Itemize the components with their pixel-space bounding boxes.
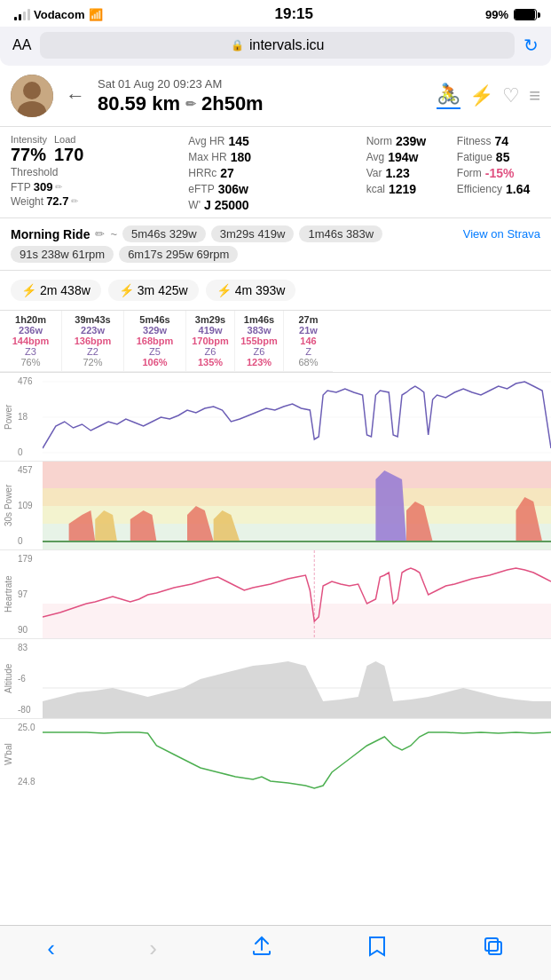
wbal-chart-svg	[43, 719, 551, 790]
fatigue-label: Fatigue	[457, 151, 492, 163]
altitude-chart-label: Altitude	[0, 639, 16, 718]
bolt-icon-3m: ⚡	[119, 283, 134, 297]
interval-row-1-time: 1h20m 236w 144bpm Z3 76%	[0, 311, 62, 372]
interval-row-6: 27m 21w 146 Z 68%	[284, 311, 333, 372]
segment-name: Morning Ride	[11, 227, 90, 241]
power-y-min: 0	[18, 447, 41, 457]
svg-rect-9	[43, 462, 551, 488]
best-efforts-section: ⚡ 2m 438w ⚡ 3m 425w ⚡ 4m 393w	[0, 271, 551, 311]
form-value: -15%	[485, 166, 515, 180]
wifi-icon: 📶	[89, 8, 103, 21]
maxhr-label: Max HR	[188, 151, 226, 163]
hr-y-max: 179	[18, 554, 41, 564]
power-chart-svg	[43, 373, 551, 461]
segment-tag-5[interactable]: 6m17s 295w 69rpm	[119, 246, 238, 263]
svg-rect-8	[43, 488, 551, 506]
bike-icon[interactable]: 🚴	[437, 83, 460, 109]
avatar[interactable]	[11, 75, 53, 117]
list-icon[interactable]: ≡	[529, 84, 540, 107]
efficiency-value: 1.64	[506, 182, 530, 196]
load-label: Load	[54, 134, 83, 145]
effort-3m[interactable]: ⚡ 3m 425w	[108, 280, 199, 301]
back-button[interactable]: ←	[60, 84, 91, 107]
efficiency-label: Efficiency	[457, 183, 502, 195]
segment-edit-icon[interactable]: ✏	[95, 227, 105, 241]
heartrate-chart: Heartrate 179 97 90	[0, 550, 551, 639]
intensity-block: Intensity 77% Load 170 Threshold FTP 309…	[11, 134, 185, 212]
activity-header: ← Sat 01 Aug 20 09:23 AM 80.59 km ✏ 2h50…	[0, 66, 551, 127]
activity-info: Sat 01 Aug 20 09:23 AM 80.59 km ✏ 2h50m	[98, 77, 429, 115]
bolt-icon-2m: ⚡	[21, 283, 36, 297]
altitude-chart: Altitude 83 -6 -80	[0, 639, 551, 719]
activity-duration: 2h50m	[201, 92, 264, 115]
segment-tag-2[interactable]: 3m29s 419w	[211, 225, 295, 242]
effort-4m-label: 4m 393w	[235, 283, 286, 297]
threshold-text: Threshold	[11, 166, 185, 178]
metrics-grid: Intensity 77% Load 170 Threshold FTP 309…	[11, 134, 540, 212]
wbal-y-top: 25.0	[18, 723, 41, 732]
metrics-section: Intensity 77% Load 170 Threshold FTP 309…	[0, 127, 551, 218]
wprime-value: J 25000	[204, 198, 249, 212]
bolt-icon-4m: ⚡	[216, 283, 232, 297]
norm-label: Norm	[366, 135, 392, 147]
segment-tag-4[interactable]: 91s 238w 61rpm	[11, 246, 114, 263]
heartrate-chart-area: 179 97 90	[16, 550, 551, 638]
alt-y-mid: -6	[18, 674, 41, 684]
kcal-label: kcal	[366, 183, 385, 195]
maxhr-value: 180	[231, 150, 251, 164]
hr-power-block: Avg HR 145 Max HR 180 HRRc 27 eFTP 306w …	[188, 134, 362, 212]
svg-marker-21	[43, 661, 551, 718]
weight-row: Weight 72.7 ✏	[11, 194, 185, 208]
alt-y-max: 83	[18, 643, 41, 652]
svg-rect-19	[43, 604, 551, 638]
interval-row-3: 5m46s 329w 168bpm Z5 106%	[124, 311, 186, 372]
heartrate-chart-label: Heartrate	[0, 550, 16, 638]
weight-edit-icon[interactable]: ✏	[71, 196, 78, 206]
power30s-y-mid: 109	[18, 501, 41, 510]
power-chart-area: 476 18 0	[16, 373, 551, 461]
battery-info: 99%	[485, 8, 537, 21]
intensity-value: 77%	[11, 145, 47, 165]
battery-percentage: 99%	[485, 8, 508, 21]
power-y-max: 476	[18, 376, 41, 386]
interval-row-5: 1m46s 383w 155bpm Z6 123%	[235, 311, 284, 372]
effort-4m[interactable]: ⚡ 4m 393w	[206, 280, 296, 301]
eftp-value: 306w	[218, 182, 248, 196]
power-fitness-block: Norm 239w Avg 194w Var 1.23 kcal 1219	[366, 134, 540, 212]
status-bar: Vodacom 📶 19:15 99%	[0, 0, 551, 27]
weight-label: Weight	[11, 195, 43, 208]
effort-2m-label: 2m 438w	[40, 283, 91, 297]
activity-distance: 80.59 km	[98, 92, 180, 115]
segment-tag-3[interactable]: 1m46s 383w	[299, 225, 382, 242]
browser-bar: AA 🔒 intervals.icu ↻	[0, 27, 551, 66]
avg-value: 194w	[388, 150, 418, 164]
effort-2m[interactable]: ⚡ 2m 438w	[11, 280, 101, 301]
reload-button[interactable]: ↻	[523, 35, 539, 56]
wbal-chart: W'bal 25.0 24.8	[0, 719, 551, 790]
activity-stats: 80.59 km ✏ 2h50m	[98, 92, 429, 115]
battery-icon	[514, 9, 537, 20]
alt-y-min: -80	[18, 705, 41, 715]
svg-rect-7	[43, 506, 551, 524]
fitness-value: 74	[495, 134, 509, 148]
text-size-button[interactable]: AA	[12, 37, 31, 53]
power30s-chart-area: 457 109 0	[16, 462, 551, 549]
segment-tag-1[interactable]: 5m46s 329w	[122, 225, 206, 242]
distance-edit-icon[interactable]: ✏	[185, 97, 196, 111]
segment-tilde: ~	[110, 227, 117, 241]
activity-date: Sat 01 Aug 20 09:23 AM	[98, 77, 429, 91]
ftp-edit-icon[interactable]: ✏	[55, 182, 62, 192]
carrier-name: Vodacom	[34, 8, 85, 21]
bolt-icon[interactable]: ⚡	[469, 84, 493, 107]
power30s-chart: 30s Power 457 109 0	[0, 462, 551, 550]
altitude-chart-svg	[43, 639, 551, 718]
url-bar[interactable]: 🔒 intervals.icu	[40, 32, 515, 59]
power30s-y-min: 0	[18, 536, 41, 546]
hrrc-value: 27	[220, 166, 234, 180]
wprime-label: W'	[188, 199, 201, 211]
strava-link[interactable]: View on Strava	[463, 227, 540, 241]
svg-point-1	[23, 82, 41, 99]
heart-icon[interactable]: ♡	[502, 84, 520, 107]
segments-section: Morning Ride ✏ ~ 5m46s 329w 3m29s 419w 1…	[0, 218, 551, 271]
avatar-image	[11, 75, 53, 117]
